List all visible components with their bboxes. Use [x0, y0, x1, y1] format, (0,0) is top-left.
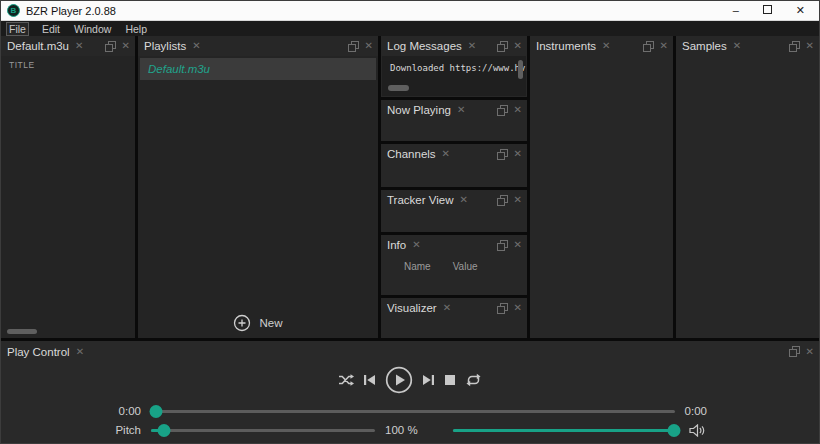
float-icon[interactable] — [789, 41, 800, 52]
shuffle-button[interactable] — [338, 373, 354, 387]
panel-title: Now Playing — [387, 104, 451, 116]
close-tab-icon[interactable]: ✕ — [192, 41, 200, 51]
close-tab-icon[interactable]: ✕ — [443, 303, 451, 313]
next-icon — [422, 373, 435, 387]
close-panel-icon[interactable]: ✕ — [514, 195, 522, 205]
close-tab-icon[interactable]: ✕ — [468, 41, 476, 51]
instruments-header[interactable]: Instruments ✕ ✕ — [530, 36, 673, 56]
playlist-item-selected[interactable]: Default.m3u — [140, 58, 376, 80]
panel-title: Samples — [682, 40, 727, 52]
seek-thumb[interactable] — [150, 405, 163, 418]
menu-window[interactable]: Window — [74, 23, 111, 35]
close-tab-icon[interactable]: ✕ — [412, 240, 420, 250]
seek-row: 0:00 0:00 — [1, 404, 819, 418]
playlist-doc-header[interactable]: Default.m3u ✕ ✕ — [1, 36, 135, 56]
volume-thumb[interactable] — [668, 424, 681, 437]
float-icon[interactable] — [497, 195, 508, 206]
close-panel-icon[interactable]: ✕ — [806, 347, 814, 357]
close-panel-icon[interactable]: ✕ — [514, 303, 522, 313]
now-playing-header[interactable]: Now Playing ✕ ✕ — [381, 100, 527, 120]
float-icon[interactable] — [497, 303, 508, 314]
float-icon[interactable] — [789, 346, 800, 357]
float-icon[interactable] — [497, 149, 508, 160]
panel-title: Play Control — [7, 346, 70, 358]
panel-title: Default.m3u — [7, 40, 69, 52]
log-messages-body[interactable]: Downloaded https://www.hv — [382, 56, 526, 96]
visualizer-header[interactable]: Visualizer ✕ ✕ — [381, 298, 527, 318]
maximize-icon[interactable] — [763, 5, 772, 16]
menu-file[interactable]: File — [7, 23, 28, 35]
float-icon[interactable] — [643, 41, 654, 52]
pitch-slider[interactable] — [151, 429, 375, 432]
vertical-scrollbar[interactable] — [518, 60, 523, 79]
minimize-icon[interactable]: – — [733, 5, 739, 16]
now-playing-body — [381, 120, 527, 141]
pitch-thumb[interactable] — [158, 424, 171, 437]
close-tab-icon[interactable]: ✕ — [602, 41, 610, 51]
panel-title: Info — [387, 239, 406, 251]
playlists-header[interactable]: Playlists ✕ ✕ — [138, 36, 378, 56]
playlist-item-label: Default.m3u — [148, 63, 210, 75]
repeat-icon — [465, 373, 482, 387]
stop-button[interactable] — [444, 374, 456, 386]
close-tab-icon[interactable]: ✕ — [442, 149, 450, 159]
close-panel-icon[interactable]: ✕ — [514, 41, 522, 51]
horizontal-scrollbar[interactable] — [7, 329, 37, 334]
column-playlists: Playlists ✕ ✕ Default.m3u New — [138, 36, 378, 338]
close-panel-icon[interactable]: ✕ — [660, 41, 668, 51]
panel-title: Tracker View — [387, 194, 453, 206]
volume-button[interactable] — [689, 424, 707, 437]
window-title: BZR Player 2.0.88 — [26, 5, 733, 17]
title-column-header[interactable]: TITLE — [1, 56, 135, 73]
float-icon[interactable] — [105, 41, 116, 52]
info-column-headers: Name Value — [381, 255, 527, 272]
horizontal-scrollbar[interactable] — [388, 85, 409, 91]
close-tab-icon[interactable]: ✕ — [76, 347, 84, 357]
info-col-name[interactable]: Name — [404, 261, 431, 272]
panel-title: Log Messages — [387, 40, 462, 52]
menu-edit[interactable]: Edit — [42, 23, 60, 35]
close-panel-icon[interactable]: ✕ — [365, 41, 373, 51]
window-controls: – ✕ — [733, 5, 813, 16]
close-panel-icon[interactable]: ✕ — [514, 149, 522, 159]
close-tab-icon[interactable]: ✕ — [457, 105, 465, 115]
column-instruments: Instruments ✕ ✕ — [530, 36, 673, 338]
repeat-button[interactable] — [465, 373, 482, 387]
new-playlist-button[interactable]: New — [233, 314, 282, 332]
log-messages-header[interactable]: Log Messages ✕ ✕ — [381, 36, 527, 56]
remaining-time: 0:00 — [685, 405, 707, 417]
tracker-view-header[interactable]: Tracker View ✕ ✕ — [381, 190, 527, 210]
close-tab-icon[interactable]: ✕ — [733, 41, 741, 51]
close-panel-icon[interactable]: ✕ — [514, 240, 522, 250]
close-tab-icon[interactable]: ✕ — [75, 41, 83, 51]
tracker-view-panel: Tracker View ✕ ✕ — [381, 190, 527, 232]
seek-slider[interactable] — [151, 410, 675, 413]
volume-slider[interactable] — [453, 429, 679, 432]
float-icon[interactable] — [497, 41, 508, 52]
samples-header[interactable]: Samples ✕ ✕ — [676, 36, 819, 56]
info-header[interactable]: Info ✕ ✕ — [381, 235, 527, 255]
float-icon[interactable] — [497, 240, 508, 251]
close-tab-icon[interactable]: ✕ — [459, 195, 467, 205]
play-button[interactable] — [385, 366, 413, 394]
menu-help[interactable]: Help — [125, 23, 147, 35]
close-panel-icon[interactable]: ✕ — [514, 105, 522, 115]
playlist-doc-panel: Default.m3u ✕ ✕ TITLE — [1, 36, 135, 338]
next-button[interactable] — [422, 373, 435, 387]
title-bar[interactable]: B BZR Player 2.0.88 – ✕ — [1, 1, 819, 21]
now-playing-panel: Now Playing ✕ ✕ — [381, 100, 527, 141]
close-panel-icon[interactable]: ✕ — [806, 41, 814, 51]
play-control-header[interactable]: Play Control ✕ ✕ — [1, 341, 819, 359]
info-body: Name Value — [381, 255, 527, 295]
close-window-icon[interactable]: ✕ — [796, 5, 805, 16]
samples-panel: Samples ✕ ✕ — [676, 36, 819, 338]
channels-header[interactable]: Channels ✕ ✕ — [381, 144, 527, 164]
playlist-doc-body[interactable] — [1, 73, 135, 338]
close-panel-icon[interactable]: ✕ — [122, 41, 130, 51]
column-samples: Samples ✕ ✕ — [676, 36, 819, 338]
elapsed-time: 0:00 — [113, 405, 141, 417]
previous-button[interactable] — [363, 373, 376, 387]
info-col-value[interactable]: Value — [453, 261, 478, 272]
float-icon[interactable] — [497, 105, 508, 116]
float-icon[interactable] — [348, 41, 359, 52]
